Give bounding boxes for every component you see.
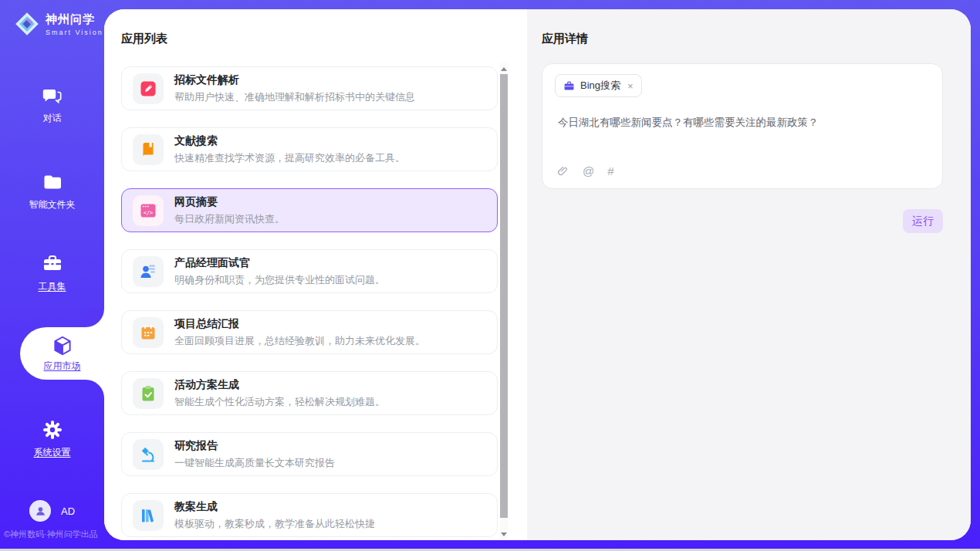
scroll-down-icon[interactable] xyxy=(501,532,507,536)
scroll-up-icon[interactable] xyxy=(501,67,507,71)
app-desc: 全面回顾项目进展，总结经验教训，助力未来优化发展。 xyxy=(174,334,425,348)
toolbox-icon xyxy=(42,253,63,275)
avatar xyxy=(29,500,51,522)
list-item-lesson-plan[interactable]: 教案生成 模板驱动，教案秒成，教学准备从此轻松快捷 xyxy=(121,493,498,537)
prompt-card: Bing搜索 × 今日湖北有哪些新闻要点？有哪些需要关注的最新政策？ @ # xyxy=(542,63,943,189)
run-button[interactable]: 运行 xyxy=(903,209,943,233)
tool-tag-bing-search[interactable]: Bing搜索 × xyxy=(555,74,642,97)
app-detail-panel: 应用详情 Bing搜索 × 今日湖北有哪些新闻要点？有哪些需要关注的最新政策？ xyxy=(527,9,971,540)
document-edit-icon xyxy=(139,79,157,98)
sidebar-item-label: 智能文件夹 xyxy=(0,198,104,211)
clipboard-check-icon xyxy=(139,384,157,403)
app-desc: 智能生成个性化活动方案，轻松解决规划难题。 xyxy=(174,395,385,409)
sidebar-item-app-market[interactable]: 应用市场 xyxy=(20,327,104,380)
app-desc: 一键智能生成高质量长文本研究报告 xyxy=(174,456,335,470)
user-account[interactable]: AD xyxy=(29,500,75,522)
tab-curve-top xyxy=(86,309,104,327)
brand-subtitle: Smart Vision xyxy=(46,29,103,36)
app-icon-box xyxy=(133,256,164,287)
app-icon-box xyxy=(133,439,164,470)
app-detail-title: 应用详情 xyxy=(542,32,588,46)
app-icon-box xyxy=(133,73,164,104)
app-list-title: 应用列表 xyxy=(121,32,167,46)
user-initials: AD xyxy=(61,505,75,517)
app-icon-box: </> xyxy=(133,195,164,226)
app-name: 产品经理面试官 xyxy=(174,256,385,270)
sidebar-item-toolset[interactable]: 工具集 xyxy=(0,253,104,293)
app-desc: 快速精准查找学术资源，提高研究效率的必备工具。 xyxy=(174,151,405,165)
calendar-icon xyxy=(139,323,157,342)
tab-curve-bottom xyxy=(86,380,104,398)
list-item-web-summary[interactable]: </> 网页摘要 每日政府新闻资讯快查。 xyxy=(121,188,498,232)
prompt-input[interactable]: 今日湖北有哪些新闻要点？有哪些需要关注的最新政策？ xyxy=(558,115,928,130)
app-icon-box xyxy=(133,317,164,348)
gear-icon xyxy=(42,419,63,441)
app-list-panel: 应用列表 招标文件解析 帮助用户快速、准确地理解和解析招标书中的关键信息 xyxy=(104,9,527,540)
list-item-literature-search[interactable]: 文献搜索 快速精准查找学术资源，提高研究效率的必备工具。 xyxy=(121,127,498,171)
sidebar-item-chat[interactable]: 对话 xyxy=(0,85,104,125)
app-name: 招标文件解析 xyxy=(174,73,415,87)
folder-icon xyxy=(42,171,63,193)
sidebar-item-label: 系统设置 xyxy=(0,446,104,459)
app-icon-box xyxy=(133,134,164,165)
paperclip-icon[interactable] xyxy=(556,164,569,177)
scrollbar-thumb[interactable] xyxy=(500,74,508,518)
mention-icon[interactable]: @ xyxy=(583,164,594,177)
diamond-logo-icon xyxy=(14,11,40,37)
list-item-pm-interviewer[interactable]: 产品经理面试官 明确身份和职责，为您提供专业性的面试问题。 xyxy=(121,249,498,293)
app-desc: 模板驱动，教案秒成，教学准备从此轻松快捷 xyxy=(174,517,375,531)
books-icon xyxy=(139,506,157,525)
book-icon xyxy=(139,140,157,159)
sidebar-item-smart-folder[interactable]: 智能文件夹 xyxy=(0,171,104,211)
main-content: 应用列表 招标文件解析 帮助用户快速、准确地理解和解析招标书中的关键信息 xyxy=(104,9,971,540)
list-item-project-summary[interactable]: 项目总结汇报 全面回顾项目进展，总结经验教训，助力未来优化发展。 xyxy=(121,310,498,354)
list-scrollbar[interactable] xyxy=(500,63,508,540)
app-name: 文献搜索 xyxy=(174,134,405,148)
web-code-icon: </> xyxy=(139,201,157,220)
svg-text:</>: </> xyxy=(144,209,154,215)
app-desc: 明确身份和职责，为您提供专业性的面试问题。 xyxy=(174,273,385,287)
briefcase-icon xyxy=(563,80,575,92)
sidebar-item-label: 工具集 xyxy=(0,280,104,293)
app-desc: 每日政府新闻资讯快查。 xyxy=(174,212,285,226)
sidebar-item-label: 对话 xyxy=(0,112,104,125)
app-icon-box xyxy=(133,378,164,409)
list-item-research-report[interactable]: 研究报告 一键智能生成高质量长文本研究报告 xyxy=(121,432,498,476)
list-item-bid-parse[interactable]: 招标文件解析 帮助用户快速、准确地理解和解析招标书中的关键信息 xyxy=(121,66,498,110)
microscope-icon xyxy=(139,445,157,464)
app-icon-box xyxy=(133,500,164,531)
cube-icon xyxy=(51,334,74,357)
copyright-text: ©神州数码·神州问学出品 xyxy=(4,529,104,540)
hash-icon[interactable]: # xyxy=(607,164,613,177)
interviewer-icon xyxy=(139,262,157,281)
app-desc: 帮助用户快速、准确地理解和解析招标书中的关键信息 xyxy=(174,90,415,104)
app-name: 教案生成 xyxy=(174,500,375,514)
list-item-activity-plan[interactable]: 活动方案生成 智能生成个性化活动方案，轻松解决规划难题。 xyxy=(121,371,498,415)
composer-toolbar: @ # xyxy=(556,164,614,177)
person-icon xyxy=(34,505,47,518)
brand-logo: 神州问学 Smart Vision xyxy=(14,11,103,37)
sidebar-item-settings[interactable]: 系统设置 xyxy=(0,419,104,459)
app-list: 招标文件解析 帮助用户快速、准确地理解和解析招标书中的关键信息 文献搜索 快速精… xyxy=(121,66,498,537)
app-name: 研究报告 xyxy=(174,439,335,453)
chat-icon xyxy=(42,85,63,106)
tool-tag-label: Bing搜索 xyxy=(580,79,620,93)
app-name: 项目总结汇报 xyxy=(174,317,425,331)
app-name: 网页摘要 xyxy=(174,195,285,209)
brand-name: 神州问学 xyxy=(46,12,103,27)
sidebar: 神州问学 Smart Vision 对话 智能文件夹 工具集 xyxy=(0,0,104,551)
tag-close-icon[interactable]: × xyxy=(627,80,634,92)
sidebar-item-label: 应用市场 xyxy=(44,360,81,373)
app-name: 活动方案生成 xyxy=(174,378,385,392)
